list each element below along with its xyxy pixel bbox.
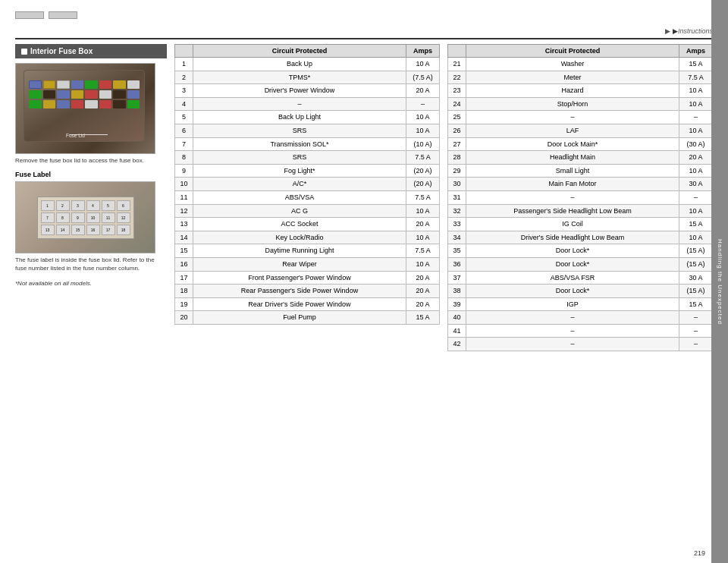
fuse-amps: 10 A [679,97,713,111]
fuse-circuit: Daytime Running Light [193,244,406,258]
tab-1[interactable] [15,11,44,19]
fuse-circuit: IG Coil [466,218,679,231]
fuse-circuit: Door Lock Main* [466,137,679,151]
table-row: 34 Driver's Side Headlight Low Beam 10 A [448,231,713,244]
fuse-num: 10 [175,178,193,191]
breadcrumb: ▶ ▶ Instructions [15,26,713,39]
fuse-num: 15 [175,244,193,258]
fuse-amps: 10 A [406,204,440,218]
table-row: 24 Stop/Horn 10 A [448,97,713,111]
middle-fuse-table-panel: Circuit Protected Amps 1 Back Up 10 A 2 … [174,44,440,484]
table-row: 6 SRS 10 A [175,124,440,137]
fuse-num: 38 [448,285,466,298]
fuse-amps: 15 A [406,311,440,325]
fuse-amps: 10 A [406,231,440,244]
section-header: Interior Fuse Box [15,44,167,58]
table-row: 13 ACC Socket 20 A [175,218,440,231]
fuse-amps: 15 A [679,218,713,231]
table-row: 15 Daytime Running Light 7.5 A [175,244,440,258]
fuse-amps: (7.5 A) [406,71,440,84]
fuse-amps: 30 A [679,178,713,191]
fuse-amps: (15 A) [679,257,713,271]
fuse-num: 20 [175,311,193,325]
table-row: 23 Hazard 10 A [448,84,713,98]
fuse-amps: 20 A [679,151,713,165]
table-row: 37 ABS/VSA FSR 30 A [448,271,713,285]
breadcrumb-arrow1: ▶ [665,27,670,35]
table-row: 18 Rear Passenger's Side Power Window 20… [175,285,440,298]
fuse-label-image: 1 2 3 4 5 6 7 8 9 10 11 [15,181,155,253]
fuse-circuit: LAF [466,124,679,137]
fuse-amps: 20 A [406,271,440,285]
table-row: 31 – – [448,190,713,204]
fuse-label-section: Fuse Label 1 2 3 4 5 6 7 [15,171,167,272]
table-row: 25 – – [448,111,713,124]
fuse-amps: 7.5 A [406,151,440,165]
fuse-num: 37 [448,271,466,285]
fuse-circuit: ABS/VSA FSR [466,271,679,285]
col-amps-header-left: Amps [406,45,440,58]
fuse-num: 39 [448,297,466,311]
fuse-amps: (15 A) [679,285,713,298]
table-row: 3 Driver's Power Window 20 A [175,84,440,98]
fuse-amps: 7.5 A [406,244,440,258]
fuse-circuit: Stop/Horn [466,97,679,111]
fuse-num: 11 [175,190,193,204]
fuse-circuit: TPMS* [193,71,406,84]
table-row: 14 Key Lock/Radio 10 A [175,231,440,244]
fuse-circuit: Small Light [466,164,679,178]
fuse-num: 1 [175,58,193,71]
fuse-num: 16 [175,257,193,271]
table-row: 1 Back Up 10 A [175,58,440,71]
breadcrumb-arrow2: ▶ [673,27,678,35]
fuse-circuit: Driver's Power Window [193,84,406,98]
fuse-box-image: Fuse Lid [15,63,155,154]
fuse-circuit: ACC Socket [193,218,406,231]
table-row: 27 Door Lock Main* (30 A) [448,137,713,151]
footnote: *Not available on all models. [15,280,167,287]
table-row: 2 TPMS* (7.5 A) [175,71,440,84]
fuse-amps: – [679,190,713,204]
table-row: 4 – – [175,97,440,111]
table-row: 11 ABS/VSA 7.5 A [175,190,440,204]
fuse-circuit: Rear Wiper [193,257,406,271]
fuse-amps: – [679,338,713,351]
fuse-circuit: Hazard [466,84,679,98]
fuse-num: 25 [448,111,466,124]
table-row: 5 Back Up Light 10 A [175,111,440,124]
fuse-amps: (20 A) [406,164,440,178]
table-row: 36 Door Lock* (15 A) [448,257,713,271]
fuse-num: 3 [175,84,193,98]
tab-2[interactable] [49,11,77,19]
fuse-amps: 10 A [406,58,440,71]
fuse-num: 32 [448,204,466,218]
breadcrumb-part3: Instructions [678,27,713,35]
sidebar-vertical-text: Handling the Unexpected [717,239,723,325]
fuse-amps: 10 A [406,124,440,137]
fuse-circuit: Door Lock* [466,285,679,298]
fuse-num: 18 [175,285,193,298]
fuse-circuit: AC G [193,204,406,218]
fuse-amps: 20 A [406,218,440,231]
fuse-num: 22 [448,71,466,84]
fuse-num: 12 [175,204,193,218]
fuse-circuit: Door Lock* [466,257,679,271]
fuse-num: 2 [175,71,193,84]
fuse-num: 30 [448,178,466,191]
fuse-circuit: Passenger's Side Headlight Low Beam [466,204,679,218]
fuse-circuit: Headlight Main [466,151,679,165]
table-row: 20 Fuel Pump 15 A [175,311,440,325]
fuse-num: 7 [175,137,193,151]
fuse-num: 19 [175,297,193,311]
table-row: 16 Rear Wiper 10 A [175,257,440,271]
fuse-amps: – [679,111,713,124]
table-row: 40 – – [448,311,713,325]
fuse-amps: 20 A [406,297,440,311]
fuse-circuit: Fog Light* [193,164,406,178]
table-row: 30 Main Fan Motor 30 A [448,178,713,191]
fuse-amps: 20 A [406,84,440,98]
fuse-amps: 10 A [679,84,713,98]
fuse-table-left: Circuit Protected Amps 1 Back Up 10 A 2 … [174,44,440,325]
table-row: 42 – – [448,338,713,351]
table-row: 39 IGP 15 A [448,297,713,311]
